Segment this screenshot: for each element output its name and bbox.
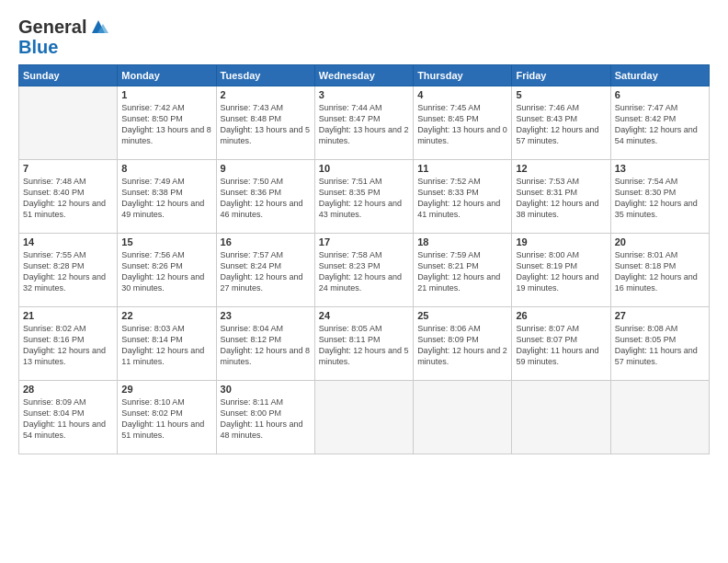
day-info: Sunrise: 7:48 AMSunset: 8:40 PMDaylight:… bbox=[23, 176, 113, 221]
day-info: Sunrise: 8:07 AMSunset: 8:07 PMDaylight:… bbox=[516, 323, 606, 368]
logo-general: General bbox=[18, 17, 86, 37]
calendar-week-row: 1Sunrise: 7:42 AMSunset: 8:50 PMDaylight… bbox=[19, 86, 710, 160]
day-number: 25 bbox=[417, 310, 507, 321]
day-number: 20 bbox=[615, 236, 705, 247]
calendar-cell: 28Sunrise: 8:09 AMSunset: 8:04 PMDayligh… bbox=[19, 381, 118, 454]
day-info: Sunrise: 8:02 AMSunset: 8:16 PMDaylight:… bbox=[23, 323, 113, 368]
calendar-cell: 13Sunrise: 7:54 AMSunset: 8:30 PMDayligh… bbox=[610, 160, 709, 234]
day-info: Sunrise: 7:59 AMSunset: 8:21 PMDaylight:… bbox=[417, 249, 507, 294]
calendar-week-row: 14Sunrise: 7:55 AMSunset: 8:28 PMDayligh… bbox=[19, 234, 710, 307]
calendar-cell: 29Sunrise: 8:10 AMSunset: 8:02 PMDayligh… bbox=[118, 381, 216, 454]
calendar-cell: 3Sunrise: 7:44 AMSunset: 8:47 PMDaylight… bbox=[314, 86, 413, 160]
day-number: 19 bbox=[516, 236, 606, 247]
day-number: 8 bbox=[121, 163, 211, 174]
calendar-cell: 21Sunrise: 8:02 AMSunset: 8:16 PMDayligh… bbox=[19, 307, 118, 381]
calendar-cell: 4Sunrise: 7:45 AMSunset: 8:45 PMDaylight… bbox=[414, 86, 512, 160]
day-number: 27 bbox=[615, 310, 705, 321]
calendar-cell bbox=[314, 381, 413, 454]
day-number: 13 bbox=[615, 163, 705, 174]
day-number: 15 bbox=[121, 236, 211, 247]
logo: General Blue bbox=[18, 17, 108, 57]
day-info: Sunrise: 7:43 AMSunset: 8:48 PMDaylight:… bbox=[221, 102, 311, 147]
calendar-cell: 27Sunrise: 8:08 AMSunset: 8:05 PMDayligh… bbox=[610, 307, 709, 381]
day-number: 3 bbox=[319, 89, 409, 100]
day-info: Sunrise: 8:08 AMSunset: 8:05 PMDaylight:… bbox=[615, 323, 705, 368]
day-number: 4 bbox=[417, 89, 507, 100]
logo-blue: Blue bbox=[18, 37, 108, 57]
day-info: Sunrise: 7:54 AMSunset: 8:30 PMDaylight:… bbox=[615, 176, 705, 221]
calendar-cell: 17Sunrise: 7:58 AMSunset: 8:23 PMDayligh… bbox=[314, 234, 413, 307]
day-of-week-header: Sunday bbox=[19, 65, 118, 86]
day-info: Sunrise: 7:55 AMSunset: 8:28 PMDaylight:… bbox=[23, 249, 113, 294]
day-info: Sunrise: 7:53 AMSunset: 8:31 PMDaylight:… bbox=[516, 176, 606, 221]
day-of-week-header: Saturday bbox=[610, 65, 709, 86]
day-number: 11 bbox=[417, 163, 507, 174]
day-info: Sunrise: 8:00 AMSunset: 8:19 PMDaylight:… bbox=[516, 249, 606, 294]
day-info: Sunrise: 8:05 AMSunset: 8:11 PMDaylight:… bbox=[319, 323, 409, 368]
day-number: 5 bbox=[516, 89, 606, 100]
day-of-week-header: Wednesday bbox=[314, 65, 413, 86]
calendar-cell: 5Sunrise: 7:46 AMSunset: 8:43 PMDaylight… bbox=[512, 86, 610, 160]
calendar-table: SundayMondayTuesdayWednesdayThursdayFrid… bbox=[18, 64, 710, 454]
day-number: 24 bbox=[319, 310, 409, 321]
calendar-cell: 26Sunrise: 8:07 AMSunset: 8:07 PMDayligh… bbox=[512, 307, 610, 381]
day-info: Sunrise: 8:01 AMSunset: 8:18 PMDaylight:… bbox=[615, 249, 705, 294]
calendar-cell: 8Sunrise: 7:49 AMSunset: 8:38 PMDaylight… bbox=[118, 160, 216, 234]
calendar-cell: 2Sunrise: 7:43 AMSunset: 8:48 PMDaylight… bbox=[216, 86, 314, 160]
calendar-cell: 25Sunrise: 8:06 AMSunset: 8:09 PMDayligh… bbox=[414, 307, 512, 381]
calendar-week-row: 21Sunrise: 8:02 AMSunset: 8:16 PMDayligh… bbox=[19, 307, 710, 381]
header: General Blue bbox=[18, 17, 710, 57]
day-number: 7 bbox=[23, 163, 113, 174]
day-info: Sunrise: 7:56 AMSunset: 8:26 PMDaylight:… bbox=[121, 249, 211, 294]
day-number: 16 bbox=[221, 236, 311, 247]
calendar-cell: 7Sunrise: 7:48 AMSunset: 8:40 PMDaylight… bbox=[19, 160, 118, 234]
day-number: 14 bbox=[23, 236, 113, 247]
day-number: 10 bbox=[319, 163, 409, 174]
day-info: Sunrise: 7:44 AMSunset: 8:47 PMDaylight:… bbox=[319, 102, 409, 147]
day-info: Sunrise: 7:42 AMSunset: 8:50 PMDaylight:… bbox=[121, 102, 211, 147]
logo-icon bbox=[88, 17, 108, 37]
page: General Blue SundayMondayTuesdayWednesda… bbox=[0, 0, 728, 563]
day-info: Sunrise: 7:51 AMSunset: 8:35 PMDaylight:… bbox=[319, 176, 409, 221]
calendar-cell: 23Sunrise: 8:04 AMSunset: 8:12 PMDayligh… bbox=[216, 307, 314, 381]
day-of-week-header: Tuesday bbox=[216, 65, 314, 86]
day-number: 18 bbox=[417, 236, 507, 247]
calendar-cell: 14Sunrise: 7:55 AMSunset: 8:28 PMDayligh… bbox=[19, 234, 118, 307]
calendar-cell: 9Sunrise: 7:50 AMSunset: 8:36 PMDaylight… bbox=[216, 160, 314, 234]
calendar-cell: 11Sunrise: 7:52 AMSunset: 8:33 PMDayligh… bbox=[414, 160, 512, 234]
day-info: Sunrise: 8:10 AMSunset: 8:02 PMDaylight:… bbox=[121, 396, 211, 442]
calendar-cell: 22Sunrise: 8:03 AMSunset: 8:14 PMDayligh… bbox=[118, 307, 216, 381]
day-number: 30 bbox=[221, 384, 311, 395]
calendar-cell: 18Sunrise: 7:59 AMSunset: 8:21 PMDayligh… bbox=[414, 234, 512, 307]
calendar-cell: 15Sunrise: 7:56 AMSunset: 8:26 PMDayligh… bbox=[118, 234, 216, 307]
day-number: 17 bbox=[319, 236, 409, 247]
day-number: 2 bbox=[221, 89, 311, 100]
calendar-week-row: 28Sunrise: 8:09 AMSunset: 8:04 PMDayligh… bbox=[19, 381, 710, 454]
day-info: Sunrise: 8:04 AMSunset: 8:12 PMDaylight:… bbox=[221, 323, 311, 368]
day-info: Sunrise: 7:47 AMSunset: 8:42 PMDaylight:… bbox=[615, 102, 705, 147]
calendar-cell: 1Sunrise: 7:42 AMSunset: 8:50 PMDaylight… bbox=[118, 86, 216, 160]
calendar-cell: 24Sunrise: 8:05 AMSunset: 8:11 PMDayligh… bbox=[314, 307, 413, 381]
day-info: Sunrise: 8:06 AMSunset: 8:09 PMDaylight:… bbox=[417, 323, 507, 368]
day-info: Sunrise: 8:09 AMSunset: 8:04 PMDaylight:… bbox=[23, 396, 113, 442]
day-of-week-header: Thursday bbox=[414, 65, 512, 86]
day-number: 29 bbox=[121, 384, 211, 395]
day-number: 28 bbox=[23, 384, 113, 395]
day-number: 23 bbox=[221, 310, 311, 321]
calendar-cell bbox=[19, 86, 118, 160]
day-info: Sunrise: 7:52 AMSunset: 8:33 PMDaylight:… bbox=[417, 176, 507, 221]
calendar-cell bbox=[414, 381, 512, 454]
day-number: 1 bbox=[121, 89, 211, 100]
calendar-cell: 10Sunrise: 7:51 AMSunset: 8:35 PMDayligh… bbox=[314, 160, 413, 234]
day-info: Sunrise: 7:57 AMSunset: 8:24 PMDaylight:… bbox=[221, 249, 311, 294]
day-number: 21 bbox=[23, 310, 113, 321]
day-info: Sunrise: 7:45 AMSunset: 8:45 PMDaylight:… bbox=[417, 102, 507, 147]
calendar-cell: 6Sunrise: 7:47 AMSunset: 8:42 PMDaylight… bbox=[610, 86, 709, 160]
day-info: Sunrise: 7:58 AMSunset: 8:23 PMDaylight:… bbox=[319, 249, 409, 294]
day-of-week-header: Friday bbox=[512, 65, 610, 86]
calendar-week-row: 7Sunrise: 7:48 AMSunset: 8:40 PMDaylight… bbox=[19, 160, 710, 234]
calendar-cell: 16Sunrise: 7:57 AMSunset: 8:24 PMDayligh… bbox=[216, 234, 314, 307]
day-number: 12 bbox=[516, 163, 606, 174]
day-number: 26 bbox=[516, 310, 606, 321]
day-info: Sunrise: 7:49 AMSunset: 8:38 PMDaylight:… bbox=[121, 176, 211, 221]
